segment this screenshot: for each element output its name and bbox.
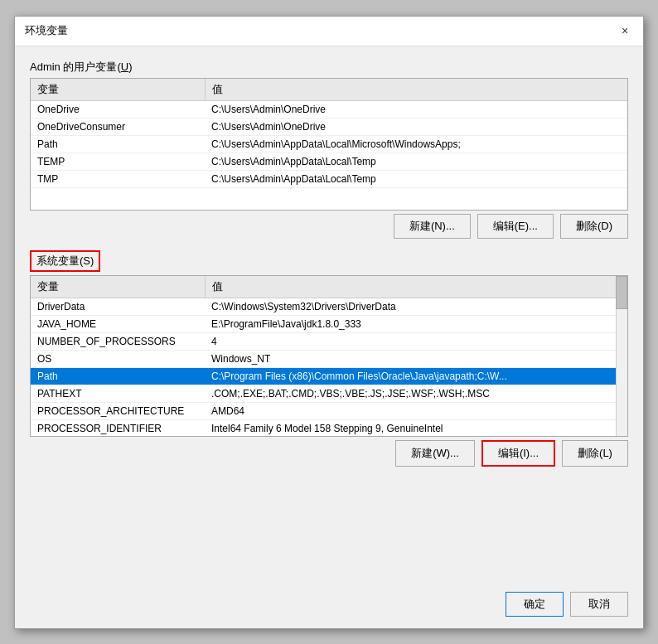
user-buttons-row: 新建(N)... 编辑(E)... 删除(D) [30, 214, 628, 239]
var-cell: DriverData [31, 298, 205, 315]
ok-button[interactable]: 确定 [506, 592, 564, 617]
table-row[interactable]: OneDriveC:\Users\Admin\OneDrive [31, 100, 627, 118]
user-table-header: 变量 值 [31, 79, 627, 101]
val-cell: AMD64 [205, 402, 627, 419]
table-row[interactable]: PROCESSOR_ARCHITECTUREAMD64 [31, 402, 627, 419]
var-cell: PROCESSOR_ARCHITECTURE [31, 402, 205, 419]
system-variables-table: 变量 值 DriverDataC:\Windows\System32\Drive… [31, 276, 627, 437]
table-row[interactable]: OneDriveConsumerC:\Users\Admin\OneDrive [31, 118, 627, 135]
table-row[interactable]: TMPC:\Users\Admin\AppData\Local\Temp [31, 170, 627, 187]
val-cell: C:\Program Files (x86)\Common Files\Orac… [205, 367, 627, 385]
user-table-body: OneDriveC:\Users\Admin\OneDriveOneDriveC… [31, 100, 627, 187]
user-section-label: Admin 的用户变量(U) [30, 60, 628, 75]
dialog-body: Admin 的用户变量(U) 变量 值 OneDriveC:\Users\Adm… [15, 46, 643, 583]
dialog-title: 环境变量 [25, 23, 68, 38]
var-cell: PATHEXT [31, 385, 205, 402]
system-col-var: 变量 [31, 276, 205, 298]
val-cell: C:\Users\Admin\OneDrive [205, 118, 627, 135]
system-variables-section: 系统变量(S) 变量 值 DriverDataC:\Windows\System… [30, 250, 628, 467]
user-edit-button[interactable]: 编辑(E)... [477, 214, 554, 239]
val-cell: 4 [205, 332, 627, 350]
table-row[interactable]: PROCESSOR_IDENTIFIERIntel64 Family 6 Mod… [31, 419, 627, 437]
system-section-header-wrapper: 系统变量(S) [30, 250, 628, 272]
system-new-button[interactable]: 新建(W)... [395, 440, 475, 467]
var-cell: NUMBER_OF_PROCESSORS [31, 332, 205, 350]
system-delete-button[interactable]: 删除(L) [562, 440, 628, 467]
var-cell: OS [31, 350, 205, 367]
val-cell: Intel64 Family 6 Model 158 Stepping 9, G… [205, 419, 627, 437]
val-cell: Windows_NT [205, 350, 627, 367]
val-cell: C:\Windows\System32\Drivers\DriverData [205, 298, 627, 315]
table-row[interactable]: TEMPC:\Users\Admin\AppData\Local\Temp [31, 153, 627, 170]
user-new-button[interactable]: 新建(N)... [394, 214, 471, 239]
system-buttons-row: 新建(W)... 编辑(I)... 删除(L) [30, 440, 628, 467]
var-cell: TEMP [31, 153, 205, 170]
var-cell: PROCESSOR_IDENTIFIER [31, 419, 205, 437]
table-row[interactable]: NUMBER_OF_PROCESSORS4 [31, 332, 627, 350]
val-cell: E:\ProgramFile\Java\jdk1.8.0_333 [205, 315, 627, 332]
scrollbar-track [616, 276, 627, 436]
val-cell: C:\Users\Admin\AppData\Local\Temp [205, 170, 627, 187]
system-section-label: 系统变量(S) [30, 250, 100, 272]
cancel-button[interactable]: 取消 [570, 592, 628, 617]
table-row[interactable]: PathC:\Users\Admin\AppData\Local\Microso… [31, 135, 627, 153]
system-table-body: DriverDataC:\Windows\System32\Drivers\Dr… [31, 298, 627, 437]
user-variables-section: Admin 的用户变量(U) 变量 值 OneDriveC:\Users\Adm… [30, 60, 628, 239]
var-cell: TMP [31, 170, 205, 187]
var-cell: OneDrive [31, 100, 205, 118]
close-button[interactable]: × [617, 22, 633, 39]
var-cell: OneDriveConsumer [31, 118, 205, 135]
title-bar: 环境变量 × [15, 17, 643, 46]
val-cell: C:\Users\Admin\AppData\Local\Microsoft\W… [205, 135, 627, 153]
user-col-val: 值 [205, 79, 627, 101]
table-row[interactable]: JAVA_HOMEE:\ProgramFile\Java\jdk1.8.0_33… [31, 315, 627, 332]
val-cell: C:\Users\Admin\AppData\Local\Temp [205, 153, 627, 170]
val-cell: C:\Users\Admin\OneDrive [205, 100, 627, 118]
user-delete-button[interactable]: 删除(D) [560, 214, 628, 239]
table-row[interactable]: DriverDataC:\Windows\System32\Drivers\Dr… [31, 298, 627, 315]
system-edit-button[interactable]: 编辑(I)... [481, 440, 555, 467]
system-col-val: 值 [205, 276, 627, 298]
system-variables-table-container: 变量 值 DriverDataC:\Windows\System32\Drive… [30, 275, 628, 437]
table-row[interactable]: PathC:\Program Files (x86)\Common Files\… [31, 367, 627, 385]
table-row[interactable]: OSWindows_NT [31, 350, 627, 367]
var-cell: Path [31, 135, 205, 153]
var-cell: JAVA_HOME [31, 315, 205, 332]
footer: 确定 取消 [15, 583, 643, 628]
system-table-header: 变量 值 [31, 276, 627, 298]
var-cell: Path [31, 367, 205, 385]
user-col-var: 变量 [31, 79, 205, 101]
user-variables-table-container: 变量 值 OneDriveC:\Users\Admin\OneDriveOneD… [30, 78, 628, 211]
table-row[interactable]: PATHEXT.COM;.EXE;.BAT;.CMD;.VBS;.VBE;.JS… [31, 385, 627, 402]
scrollbar-thumb[interactable] [616, 276, 627, 309]
environment-variables-dialog: 环境变量 × Admin 的用户变量(U) 变量 值 OneDriveC:\Us [14, 16, 644, 629]
val-cell: .COM;.EXE;.BAT;.CMD;.VBS;.VBE;.JS;.JSE;.… [205, 385, 627, 402]
user-variables-table: 变量 值 OneDriveC:\Users\Admin\OneDriveOneD… [31, 79, 627, 188]
